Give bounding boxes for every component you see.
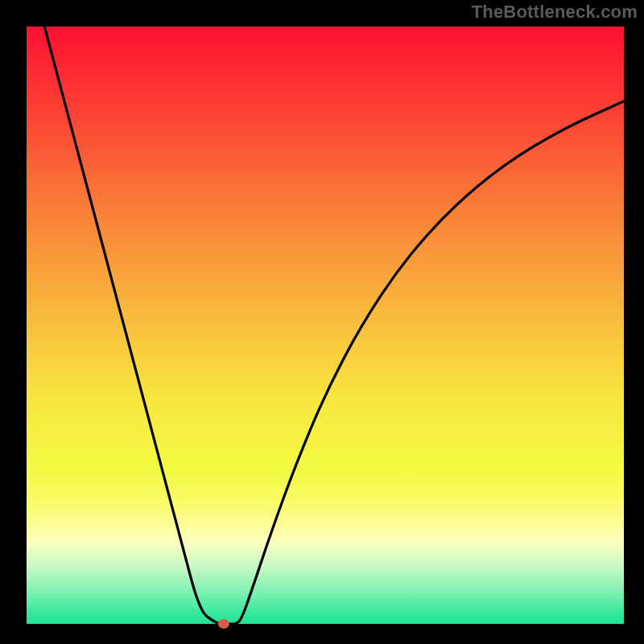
- plot-area: [27, 27, 624, 624]
- optimum-marker: [218, 619, 229, 629]
- chart-svg: [0, 0, 644, 644]
- watermark-text: TheBottleneck.com: [472, 2, 638, 23]
- chart-frame: TheBottleneck.com: [0, 0, 644, 644]
